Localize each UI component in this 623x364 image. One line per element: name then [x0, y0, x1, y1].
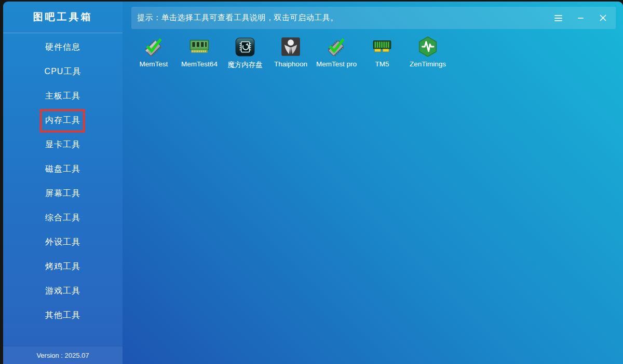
sidebar-item-label: 磁盘工具	[45, 164, 80, 175]
mofang-ram-disk-icon	[234, 36, 256, 58]
memtest-icon	[143, 36, 165, 58]
zentimings-icon	[417, 36, 439, 58]
close-button[interactable]	[595, 10, 611, 26]
sidebar-menu: 硬件信息 CPU工具 主板工具 内存工具 显卡工具 磁盘工具 屏幕工具 综	[3, 33, 123, 346]
sidebar-item-label: 硬件信息	[45, 42, 80, 53]
sidebar-item-screen-tools[interactable]: 屏幕工具	[3, 181, 123, 206]
minimize-icon	[578, 18, 584, 19]
sidebar-item-disk-tools[interactable]: 磁盘工具	[3, 157, 123, 181]
sidebar-item-comprehensive-tools[interactable]: 综合工具	[3, 206, 123, 230]
sidebar-item-cpu-tools[interactable]: CPU工具	[3, 60, 123, 84]
sidebar-item-peripheral-tools[interactable]: 外设工具	[3, 230, 123, 255]
tool-label: Thaiphoon	[274, 60, 307, 68]
sidebar-item-label: CPU工具	[45, 66, 82, 77]
sidebar-item-hardware-info[interactable]: 硬件信息	[3, 35, 123, 60]
sidebar-item-stress-test-tools[interactable]: 烤鸡工具	[3, 255, 123, 279]
sidebar-item-label: 游戏工具	[45, 286, 80, 297]
hint-text: 提示：单击选择工具可查看工具说明，双击可启动工具。	[137, 13, 544, 23]
sidebar-item-label: 其他工具	[45, 310, 80, 321]
version-label: Version : 2025.07	[3, 346, 123, 364]
tool-memtest[interactable]: MemTest	[131, 36, 177, 69]
tool-zentimings[interactable]: ZenTimings	[405, 36, 451, 69]
sidebar-item-game-tools[interactable]: 游戏工具	[3, 279, 123, 303]
sidebar-item-label: 外设工具	[45, 237, 80, 248]
sidebar-item-label: 显卡工具	[45, 139, 80, 150]
tool-mofang-ram-disk[interactable]: 魔方内存盘	[222, 36, 268, 69]
tool-label: TM5	[375, 60, 389, 68]
app-window: 图吧工具箱 硬件信息 CPU工具 主板工具 内存工具 显卡工具 磁盘工具 屏	[3, 2, 623, 364]
main-area: 提示：单击选择工具可查看工具说明，双击可启动工具。	[123, 2, 623, 364]
minimize-button[interactable]	[573, 10, 588, 26]
sidebar-item-label: 内存工具	[45, 115, 80, 126]
menu-icon	[554, 14, 562, 22]
tm5-icon	[371, 36, 393, 58]
sidebar-item-label: 综合工具	[45, 213, 80, 223]
sidebar-item-motherboard-tools[interactable]: 主板工具	[3, 84, 123, 108]
tool-label: MemTest	[140, 60, 168, 68]
tool-tm5[interactable]: TM5	[359, 36, 405, 69]
tool-memtest64[interactable]: MemTest64	[177, 36, 222, 69]
sidebar-item-label: 主板工具	[45, 91, 80, 102]
tool-label: ZenTimings	[410, 60, 446, 68]
memtest-pro-icon: Pro	[326, 36, 347, 58]
close-icon	[600, 15, 606, 21]
tool-label: MemTest pro	[316, 60, 357, 68]
thaiphoon-icon	[280, 36, 302, 58]
tool-thaiphoon[interactable]: Thaiphoon	[268, 36, 314, 69]
sidebar-item-label: 烤鸡工具	[45, 261, 80, 272]
tool-label: MemTest64	[181, 60, 218, 68]
tool-grid: MemTest	[131, 36, 451, 69]
hint-bar: 提示：单击选择工具可查看工具说明，双击可启动工具。	[131, 7, 616, 29]
sidebar-item-label: 屏幕工具	[45, 188, 80, 199]
menu-button[interactable]	[550, 10, 566, 26]
window-controls	[544, 10, 611, 26]
memtest64-icon	[188, 36, 210, 58]
sidebar-item-gpu-tools[interactable]: 显卡工具	[3, 133, 123, 157]
sidebar-item-memory-tools[interactable]: 内存工具	[3, 108, 123, 133]
app-title: 图吧工具箱	[3, 2, 123, 33]
sidebar: 图吧工具箱 硬件信息 CPU工具 主板工具 内存工具 显卡工具 磁盘工具 屏	[3, 2, 123, 364]
tool-label: 魔方内存盘	[227, 60, 263, 69]
tool-memtest-pro[interactable]: Pro MemTest pro	[314, 36, 359, 69]
sidebar-item-other-tools[interactable]: 其他工具	[3, 303, 123, 328]
